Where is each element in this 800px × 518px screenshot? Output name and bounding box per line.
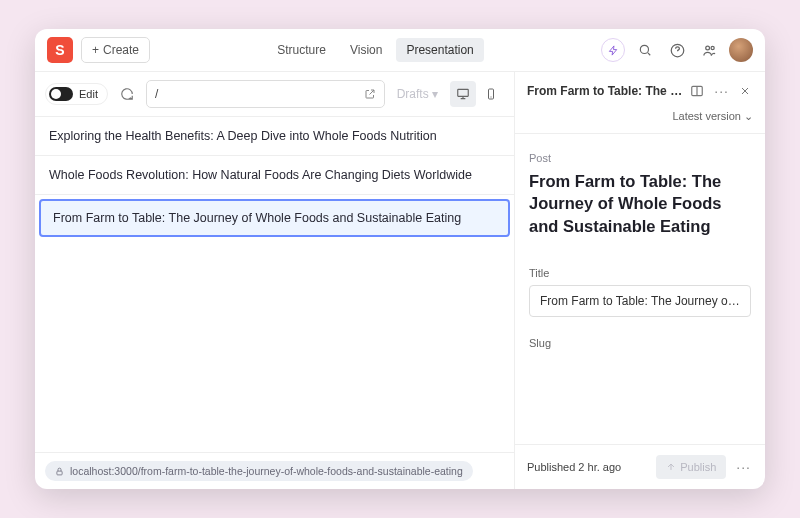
topbar: S + Create Structure Vision Presentation [35,29,765,72]
list-item-selected[interactable]: From Farm to Table: The Journey of Whole… [39,199,510,237]
center-tabs: Structure Vision Presentation [158,38,593,62]
publish-more-icon[interactable]: ··· [734,459,753,475]
svg-rect-6 [57,471,62,475]
mobile-icon[interactable] [478,81,504,107]
edit-mode-pill: Edit [45,83,108,105]
edit-toggle[interactable] [49,87,73,101]
desktop-icon[interactable] [450,81,476,107]
list-item[interactable]: Exploring the Health Benefits: A Deep Di… [35,117,514,156]
app-window: S + Create Structure Vision Presentation [35,29,765,489]
create-label: Create [103,43,139,57]
split-view-icon[interactable] [688,82,706,100]
url-bar[interactable]: / [146,80,385,108]
avatar[interactable] [729,38,753,62]
refresh-icon[interactable] [116,83,138,105]
lock-icon [55,467,64,476]
users-icon[interactable] [697,38,721,62]
left-column: Edit / Drafts ▾ [35,72,515,489]
chevron-down-icon: ▾ [432,87,438,101]
body: Edit / Drafts ▾ [35,72,765,489]
create-button[interactable]: + Create [81,37,150,63]
title-input[interactable] [529,285,751,317]
bolt-icon[interactable] [601,38,625,62]
svg-rect-4 [458,89,469,96]
chevron-down-icon: ⌄ [744,110,753,122]
left-toolbar: Edit / Drafts ▾ [35,72,514,117]
published-time: Published 2 hr. ago [527,461,648,473]
left-footer: localhost:3000/from-farm-to-table-the-jo… [35,452,514,489]
slug-field-label: Slug [529,337,751,349]
app-logo[interactable]: S [47,37,73,63]
topbar-right [601,38,753,62]
right-header: From Farm to Table: The Jou... ··· [515,72,765,110]
help-icon[interactable] [665,38,689,62]
title-field-label: Title [529,267,751,279]
tab-presentation[interactable]: Presentation [396,38,483,62]
plus-icon: + [92,43,99,57]
publish-icon [666,462,676,472]
open-external-icon[interactable] [364,88,376,100]
right-footer: Published 2 hr. ago Publish ··· [515,444,765,489]
footer-url-pill[interactable]: localhost:3000/from-farm-to-table-the-jo… [45,461,473,481]
right-header-title: From Farm to Table: The Jou... [527,84,682,98]
right-column: From Farm to Table: The Jou... ··· Lates… [515,72,765,489]
svg-point-0 [640,45,648,53]
svg-point-2 [705,46,709,50]
post-heading: From Farm to Table: The Journey of Whole… [529,170,751,237]
device-switcher [450,81,504,107]
more-icon[interactable]: ··· [712,83,731,99]
right-body: Post From Farm to Table: The Journey of … [515,134,765,444]
list-item[interactable]: Whole Foods Revolution: How Natural Food… [35,156,514,195]
svg-point-3 [711,46,714,49]
post-type-label: Post [529,152,751,164]
tab-structure[interactable]: Structure [267,38,336,62]
tab-vision[interactable]: Vision [340,38,392,62]
url-path: / [155,87,358,101]
publish-button[interactable]: Publish [656,455,726,479]
post-list: Exploring the Health Benefits: A Deep Di… [35,117,514,452]
close-icon[interactable] [737,83,753,99]
drafts-button[interactable]: Drafts ▾ [393,87,442,101]
footer-url-text: localhost:3000/from-farm-to-table-the-jo… [70,465,463,477]
search-icon[interactable] [633,38,657,62]
version-selector[interactable]: Latest version ⌄ [515,110,765,133]
edit-label: Edit [79,88,98,100]
